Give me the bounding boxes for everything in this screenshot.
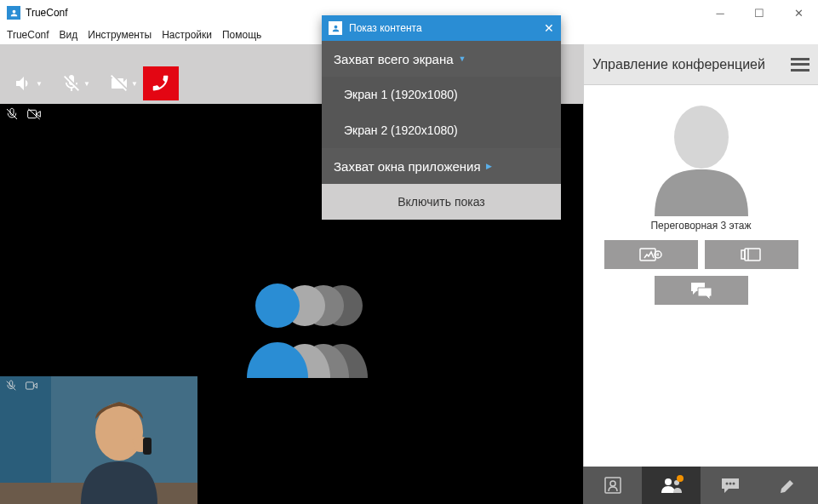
start-sharing-button[interactable]: Включить показ (322, 184, 561, 220)
chevron-down-icon: ▼ (83, 80, 92, 88)
menu-help[interactable]: Помощь (222, 29, 261, 41)
menu-trueconf[interactable]: TrueConf (7, 29, 49, 41)
svg-point-14 (674, 106, 729, 169)
popup-close-button[interactable]: ✕ (544, 21, 554, 35)
menu-icon[interactable] (791, 58, 809, 72)
group-placeholder-icon (232, 276, 376, 378)
avatar-icon (646, 97, 757, 216)
svg-rect-17 (745, 249, 760, 261)
chevron-down-icon: ▼ (131, 80, 140, 88)
svg-rect-13 (143, 438, 152, 455)
hangup-button[interactable] (143, 66, 179, 100)
content-share-popup: Показ контента ✕ Захват всего экрана ▼ Э… (322, 15, 561, 220)
svg-point-21 (610, 481, 615, 486)
popup-logo-icon (329, 21, 342, 35)
participant-block: Переговорная 3 этаж (584, 85, 818, 240)
minimize-button[interactable]: ─ (701, 0, 740, 26)
popup-title-label: Показ контента (349, 22, 422, 34)
close-button[interactable]: ✕ (779, 0, 818, 26)
remote-status-icons (3, 107, 43, 121)
cam-icon (24, 380, 39, 392)
participant-name: Переговорная 3 этаж (650, 220, 751, 232)
chevron-down-icon: ▼ (459, 54, 466, 63)
self-view[interactable] (0, 376, 197, 504)
svg-point-6 (255, 284, 300, 328)
menu-view[interactable]: Вид (60, 29, 78, 41)
tab-participants[interactable] (642, 467, 701, 504)
capture-window-row[interactable]: Захват окна приложения ▶ (322, 148, 561, 184)
menu-tools[interactable]: Инструменты (88, 29, 152, 41)
svg-point-22 (665, 478, 672, 485)
tab-addressbook[interactable] (583, 467, 642, 504)
svg-rect-1 (28, 110, 37, 117)
conference-panel: Управление конференцией Переговорная 3 э… (583, 44, 818, 504)
chat-button[interactable] (655, 276, 748, 305)
tab-chat[interactable] (701, 467, 759, 504)
panel-title-label: Управление конференцией (592, 57, 765, 72)
svg-rect-19 (741, 250, 745, 259)
mic-off-icon (3, 107, 20, 121)
speaker-button[interactable]: ▼ (0, 66, 48, 100)
window-title: TrueConf (26, 7, 68, 19)
action-buttons (584, 240, 818, 305)
svg-point-26 (732, 483, 735, 485)
svg-point-24 (725, 483, 728, 485)
panel-header: Управление конференцией (584, 44, 818, 85)
cam-off-icon (26, 107, 43, 121)
share-slides-button[interactable] (705, 240, 798, 269)
window-controls: ─ ☐ ✕ (701, 0, 818, 26)
svg-rect-20 (605, 478, 621, 493)
self-video-placeholder (0, 376, 197, 504)
self-status-icons (3, 380, 39, 392)
maximize-button[interactable]: ☐ (740, 0, 779, 26)
screen-2-row[interactable]: Экран 2 (1920x1080) (322, 112, 561, 148)
bottom-tabs (583, 467, 818, 504)
svg-rect-8 (26, 382, 34, 389)
capture-screen-row[interactable]: Захват всего экрана ▼ (322, 41, 561, 77)
menu-settings[interactable]: Настройки (162, 29, 212, 41)
chevron-down-icon: ▼ (36, 80, 44, 88)
camera-muted-button[interactable]: ▼ (95, 66, 143, 100)
mic-off-icon (3, 380, 19, 392)
screen-1-row[interactable]: Экран 1 (1920x1080) (322, 77, 561, 112)
microphone-muted-button[interactable]: ▼ (48, 66, 95, 100)
notification-dot-icon (677, 475, 684, 482)
chevron-right-icon: ▶ (486, 162, 492, 170)
svg-point-25 (729, 483, 731, 485)
share-media-button[interactable] (604, 240, 698, 269)
app-logo-icon (7, 6, 20, 20)
tab-tools[interactable] (759, 467, 818, 504)
popup-titlebar[interactable]: Показ контента ✕ (322, 15, 561, 41)
